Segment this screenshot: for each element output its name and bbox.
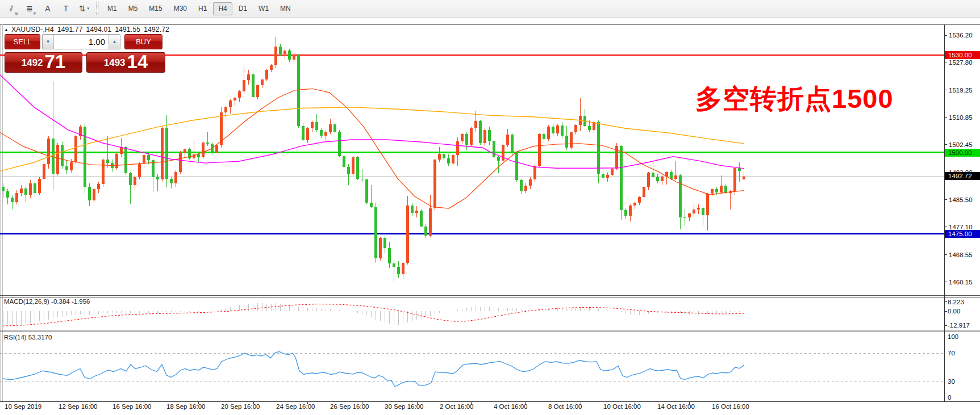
chart-region[interactable]: ▲XAUUSD-,H41491.771494.011491.551492.72 … [0, 18, 980, 415]
toolbar: ⫽E≣FAT⇅▾ M1M5M15M30H1H4D1W1MN [0, 0, 980, 18]
time-tick-label: 20 Sep 16:00 [221, 403, 260, 410]
time-tick-label: 2 Oct 16:00 [440, 403, 473, 410]
timeframe-m30-button[interactable]: M30 [169, 2, 192, 15]
chart-title: ▲XAUUSD-,H41491.771494.011491.551492.72 [4, 26, 173, 33]
text-tool-button[interactable]: A [39, 2, 56, 16]
macd-scale-zero: 0.00 [948, 308, 960, 315]
rsi-value: 53.3170 [28, 334, 52, 341]
time-tick-label: 10 Oct 16:00 [603, 403, 641, 410]
price-tick-label: 1460.15 [949, 279, 978, 286]
macd-values: -0.384 -1.956 [51, 298, 90, 305]
arrows-tool-sub-icon: ▾ [87, 6, 90, 11]
timeframe-h1-button[interactable]: H1 [193, 2, 212, 15]
rsi-scale-label: 30 [948, 378, 955, 385]
time-tick-label: 16 Oct 16:00 [712, 403, 749, 410]
timeframe-w1-button[interactable]: W1 [253, 2, 274, 15]
fibonacci-tool-button[interactable]: ≣F [21, 2, 38, 16]
timeframe-mn-button[interactable]: MN [275, 2, 296, 15]
rsi-name: RSI(14) [4, 334, 27, 341]
time-tick-label: 14 Oct 16:00 [657, 403, 695, 410]
timeframe-d1-button[interactable]: D1 [233, 2, 252, 15]
volume-input[interactable] [54, 35, 109, 49]
rsi-label: RSI(14) 53.3170 [4, 334, 52, 341]
time-tick-label: 24 Sep 16:00 [276, 403, 315, 410]
low-value: 1491.55 [115, 26, 140, 33]
timeframe-buttons-group: M1M5M15M30H1H4D1W1MN [102, 2, 297, 15]
macd-scale-max: 8.223 [948, 299, 964, 305]
macd-name: MACD(12,26,9) [4, 298, 49, 305]
rsi-scale-label: 100 [948, 333, 958, 340]
symbol-label: XAUUSD-,H4 [11, 26, 54, 33]
time-tick-label: 12 Sep 16:00 [59, 403, 97, 410]
price-tick-label: 1510.85 [949, 114, 978, 121]
text-tool-icon: A [45, 4, 50, 13]
timeframe-m15-button[interactable]: M15 [144, 2, 167, 15]
sell-price-big: 71 [45, 52, 66, 72]
price-tick-label: 1485.50 [949, 196, 978, 203]
fibonacci-tool-sub-icon: F [34, 11, 36, 16]
time-tick-label: 10 Sep 2019 [5, 403, 41, 410]
hline-price-label: 1500.00 [945, 149, 980, 157]
timeframe-m1-button[interactable]: M1 [102, 2, 122, 15]
hline-price-label: 1530.00 [945, 51, 980, 59]
arrows-tool-icon: ⇅ [79, 4, 86, 13]
timeframe-h4-button[interactable]: H4 [213, 2, 232, 15]
rsi-scale-label: 0 [948, 394, 951, 401]
price-tick-label: 1468.55 [949, 251, 978, 258]
current-price-label: 1492.72 [945, 172, 980, 180]
high-value: 1494.01 [86, 26, 112, 33]
mt4-window: ⫽E≣FAT⇅▾ M1M5M15M30H1H4D1W1MN ▲XAUUSD-,H… [0, 0, 980, 415]
text-label-tool-button[interactable]: T [57, 2, 74, 16]
macd-label: MACD(12,26,9) -0.384 -1.956 [4, 298, 90, 305]
equidistant-channel-tool-button[interactable]: ⫽E [3, 2, 20, 16]
fibonacci-tool-icon: ≣ [26, 4, 33, 13]
one-click-trading-panel: SELL ▼ ▲ BUY 1492 71 1493 14 [5, 34, 167, 73]
open-value: 1491.77 [57, 26, 83, 33]
price-tick-label: 1502.45 [949, 141, 978, 148]
buy-button[interactable]: BUY [124, 34, 162, 49]
timeframe-m5-button[interactable]: M5 [123, 2, 143, 15]
price-tick-label: 1527.80 [949, 59, 978, 66]
chart-annotation-text: 多空转折点1500 [695, 81, 894, 117]
candlestick-chart[interactable] [0, 18, 980, 415]
macd-scale-min: -12.917 [948, 322, 970, 329]
close-value: 1492.72 [144, 26, 169, 33]
time-tick-label: 4 Oct 16:00 [494, 403, 527, 410]
sell-button[interactable]: SELL [5, 34, 40, 49]
drawing-tools-group: ⫽E≣FAT⇅▾ [2, 2, 93, 16]
buy-price-tile[interactable]: 1493 14 [86, 52, 165, 73]
time-tick-label: 30 Sep 16:00 [385, 403, 423, 410]
volume-decrease-icon[interactable]: ▼ [43, 35, 54, 49]
equidistant-channel-tool-sub-icon: E [15, 11, 18, 16]
time-tick-label: 16 Sep 16:00 [112, 403, 151, 410]
text-label-tool-icon: T [64, 4, 69, 13]
price-tick-label: 1536.20 [949, 32, 978, 39]
sell-price-tile[interactable]: 1492 71 [5, 52, 82, 73]
buy-price-big: 14 [127, 52, 148, 72]
time-tick-label: 8 Oct 16:00 [548, 403, 582, 410]
volume-stepper: ▼ ▲ [42, 34, 120, 49]
equidistant-channel-tool-icon: ⫽ [10, 4, 13, 14]
volume-increase-icon[interactable]: ▲ [109, 35, 120, 49]
toolbar-separator [96, 2, 99, 15]
hline-price-label: 1475.00 [945, 230, 980, 238]
time-tick-label: 26 Sep 16:00 [330, 403, 369, 410]
price-tick-label: 1519.25 [949, 87, 978, 94]
time-tick-label: 18 Sep 16:00 [166, 403, 205, 410]
buy-price-main: 1493 [104, 55, 126, 72]
arrows-tool-button[interactable]: ⇅▾ [76, 2, 93, 16]
sell-price-main: 1492 [22, 55, 43, 72]
collapse-icon[interactable]: ▲ [4, 27, 9, 32]
rsi-scale-label: 70 [948, 350, 955, 357]
